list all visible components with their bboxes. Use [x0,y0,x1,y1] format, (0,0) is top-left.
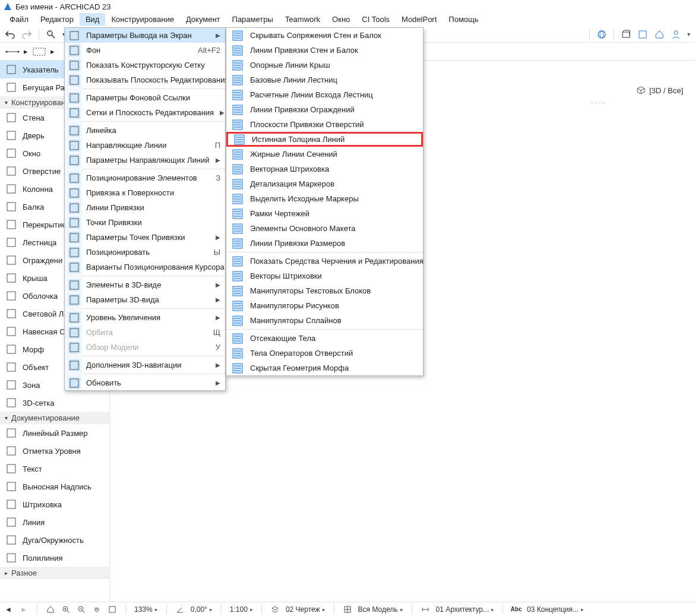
submenu-item[interactable]: Элементы Основного Макета [226,221,423,236]
submenu-item[interactable]: Истинная Толщина Линий [226,132,423,147]
submenu-item[interactable]: Манипуляторы Рисунков [226,298,423,313]
submenu-item[interactable]: Скрытая Геометрия Морфа [226,361,423,375]
view-menu-item[interactable]: Показывать Плоскость Редактирования [65,72,225,87]
submenu-item[interactable]: Показать Средства Черчения и Редактирова… [226,254,423,268]
menu-файл[interactable]: Файл [4,13,34,26]
toolbox-section-head[interactable]: ▸Разное [0,567,109,579]
view-menu-item[interactable]: Элементы в 3D-виде▶ [65,277,225,292]
menu-редактор[interactable]: Редактор [34,13,80,26]
submenu-item[interactable]: Манипуляторы Текстовых Блоков [226,283,423,298]
submenu-item[interactable]: Скрывать Сопряжения Стен и Балок [226,28,423,43]
view-menu-item[interactable]: Уровень Увеличения▶ [65,310,225,325]
submenu-item[interactable]: Манипуляторы Сплайнов [226,313,423,328]
tool-Штриховка[interactable]: Штриховка [0,495,109,513]
submenu-item[interactable]: Плоскости Привязки Отверстий [226,117,423,132]
zoom-in-icon[interactable] [61,605,71,614]
tool-Полилиния[interactable]: Полилиния [0,549,109,567]
submenu-item[interactable]: Расчетные Линии Всхода Лестниц [226,87,423,102]
submenu-item[interactable]: Выделить Исходные Маркеры [226,191,423,206]
menu-modelport[interactable]: ModelPort [396,13,443,26]
dim-icon[interactable] [421,605,430,614]
submenu-item-label: Детализация Маркеров [250,179,418,188]
menu-конструирование[interactable]: Конструирование [105,13,179,26]
submenu-item[interactable]: Рамки Чертежей [226,206,423,221]
tool-Текст[interactable]: Текст [0,460,109,478]
line-slot-icon[interactable] [4,45,21,58]
box-icon[interactable] [620,28,633,41]
view-menu-item[interactable]: Дополнения 3D-навигации▶ [65,358,225,372]
view-menu-item[interactable]: ПозиционироватьЫ [65,245,225,260]
view-menu-item[interactable]: Позиционирование ЭлементовЗ [65,170,225,185]
toolbox-section-head[interactable]: ▾Документирование [0,412,109,424]
dashed-rect-icon[interactable] [30,45,48,58]
zoom-out-icon[interactable] [77,605,86,614]
chevron-right-icon[interactable]: ▸ [24,47,28,56]
menu-вид[interactable]: Вид [80,13,106,26]
menu-помощь[interactable]: Помощь [443,13,484,26]
view-menu-item[interactable]: Варианты Позиционирования Курсора▶ [65,260,225,274]
view-menu-item[interactable]: Параметры Направляющих Линий▶ [65,153,225,168]
view-menu-item[interactable]: Параметры 3D-вида▶ [65,292,225,307]
menu-teamwork[interactable]: Teamwork [279,13,326,26]
submenu-item[interactable]: Векторная Штриховка [226,162,423,176]
view-menu-item[interactable]: Параметры Вывода на Экран▶ [65,28,225,43]
menu-окно[interactable]: Окно [326,13,356,26]
zoom-value[interactable]: 133%▸ [134,605,158,614]
view-menu-item[interactable]: Точки Привязки [65,215,225,230]
find-icon[interactable] [45,28,58,41]
submenu-item[interactable]: Жирные Линии Сечений [226,147,423,162]
view-menu-item[interactable]: Сетки и Плоскость Редактирования▶ [65,105,225,120]
submenu-item[interactable]: Линии Привязки Размеров [226,236,423,251]
tool-Линейный Размер[interactable]: Линейный Размер [0,424,109,442]
redo-icon[interactable] [20,28,33,41]
model-value[interactable]: Вся Модель▸ [358,605,403,614]
angle-icon[interactable] [175,605,185,614]
tool-3D-сетка[interactable]: 3D-сетка [0,394,109,412]
fit-icon[interactable] [108,605,117,614]
view-menu-item[interactable]: Направляющие ЛинииП [65,138,225,153]
view-menu-item[interactable]: Параметры Фоновой Ссылки [65,90,225,105]
menu-ci tools[interactable]: CI Tools [356,13,396,26]
book-icon[interactable] [636,28,649,41]
hand-icon[interactable] [92,605,102,614]
arrow-right-icon[interactable]: ► [19,605,29,614]
tool-Линия[interactable]: Линия [0,513,109,531]
concept-value[interactable]: 03 Концепция...▸ [527,605,584,614]
submenu-item[interactable]: Детализация Маркеров [226,176,423,191]
submenu-item[interactable]: Базовые Линии Лестниц [226,72,423,87]
chevron-right-icon[interactable]: ▸ [50,47,55,56]
scale-value[interactable]: 1:100▸ [230,605,253,614]
globe-icon[interactable] [595,28,608,41]
angle-value[interactable]: 0,00°▸ [191,605,213,614]
tool-Выносная Надпись[interactable]: Выносная Надпись [0,478,109,495]
layers-icon[interactable] [270,605,280,614]
menu-параметры[interactable]: Параметры [226,13,279,26]
home-small-icon[interactable] [46,605,55,614]
view-menu-item[interactable]: Привязка к Поверхности [65,185,225,200]
submenu-item[interactable]: Отсекающие Тела [226,331,423,346]
submenu-item[interactable]: Линии Привязки Стен и Балок [226,43,423,58]
grid-icon[interactable] [343,605,352,614]
submenu-item[interactable]: Тела Операторов Отверстий [226,346,423,361]
tool-Дуга/Окружность[interactable]: Дуга/Окружность [0,531,109,549]
view-menu-item[interactable]: Показать Конструкторскую Сетку [65,58,225,72]
submenu-item[interactable]: Линии Привязки Ограждений [226,102,423,117]
view-menu-item[interactable]: Обновить▶ [65,375,225,390]
drawing-value[interactable]: 02 Чертеж▸ [286,605,326,614]
submenu-item[interactable]: Векторы Штриховки [226,268,423,283]
chevron-down-icon[interactable]: ▾ [686,28,691,41]
text-icon[interactable]: Abc [511,605,521,614]
view-menu-item[interactable]: Параметры Точек Привязки▶ [65,230,225,245]
arrow-left-icon[interactable]: ◄ [4,605,13,614]
arch-value[interactable]: 01 Архитектур...▸ [436,605,495,614]
submenu-item[interactable]: Опорные Линии Крыш [226,58,423,72]
home-icon[interactable] [653,28,666,41]
view-menu-item[interactable]: ФонAlt+F2 [65,43,225,58]
tool-Отметка Уровня[interactable]: Отметка Уровня [0,442,109,460]
menu-документ[interactable]: Документ [180,13,226,26]
person-icon[interactable] [669,28,683,41]
view-tab[interactable]: [3D / Все] [636,86,683,95]
view-menu-item[interactable]: Линейка [65,123,225,138]
view-menu-item[interactable]: Линии Привязки [65,200,225,215]
undo-icon[interactable] [4,28,17,41]
